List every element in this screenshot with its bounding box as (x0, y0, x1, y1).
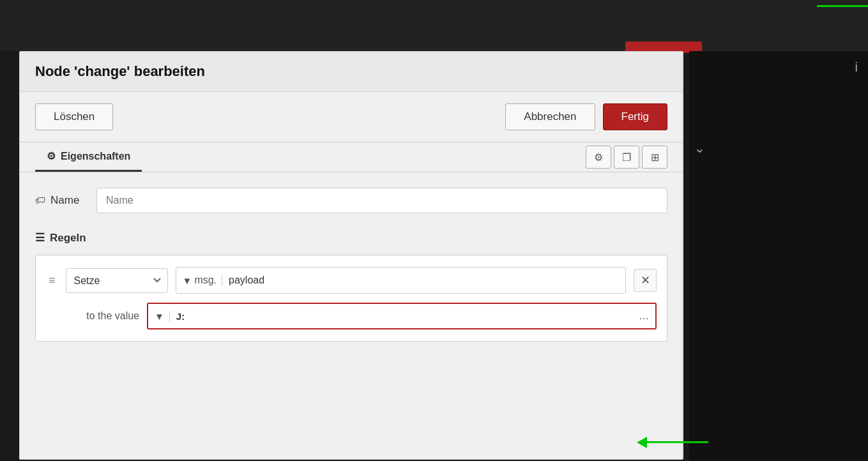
node-editor-panel: Node 'change' bearbeiten Löschen Abbrech… (19, 51, 683, 460)
green-arrow-icon (644, 441, 708, 443)
expand-tab-button[interactable]: ⊞ (642, 146, 667, 169)
panel-body: 🏷 Name ☰ Regeln ≡ Setze ▼ m (20, 172, 683, 357)
close-icon: ✕ (641, 273, 650, 287)
rules-icon: ☰ (35, 231, 45, 245)
delete-rule-button[interactable]: ✕ (634, 269, 657, 292)
tag-icon: 🏷 (35, 195, 45, 206)
properties-tab-icon: ⚙ (47, 150, 56, 162)
value-dropdown-arrow-icon: ▼ (155, 311, 164, 322)
value-label: to the value (75, 310, 139, 322)
green-line-top-right (817, 5, 868, 7)
value-prefix: ▼ (155, 311, 170, 322)
right-panel: i (689, 51, 868, 461)
drag-handle-icon[interactable]: ≡ (46, 271, 58, 290)
copy-tab-button[interactable]: ❐ (614, 146, 639, 169)
cancel-button[interactable]: Abbrechen (505, 103, 595, 130)
tab-properties[interactable]: ⚙ Eigenschaften (35, 142, 142, 172)
panel-header: Node 'change' bearbeiten (20, 52, 683, 92)
chevron-down-icon[interactable]: ⌄ (694, 140, 705, 156)
name-label: 🏷 Name (35, 194, 86, 207)
value-input[interactable]: ▼ J: … (147, 303, 657, 329)
top-bar (0, 0, 868, 51)
tabs-row: ⚙ Eigenschaften ⚙ ❐ ⊞ (20, 142, 683, 172)
value-row: to the value ▼ J: … (46, 303, 657, 329)
target-input[interactable]: ▼ msg. payload (176, 267, 626, 294)
expand-icon: ⊞ (651, 151, 659, 163)
target-value: payload (229, 275, 264, 286)
rule-row: ≡ Setze ▼ msg. payload ✕ (46, 267, 657, 294)
green-arrow-container (644, 441, 708, 443)
action-select[interactable]: Setze (66, 268, 168, 293)
gear-icon: ⚙ (594, 151, 603, 163)
tab-icons-right: ⚙ ❐ ⊞ (586, 142, 667, 172)
value-type: J: (176, 311, 185, 322)
dropdown-arrow-icon: ▼ (183, 275, 192, 286)
value-more-button[interactable]: … (639, 310, 649, 322)
info-icon: i (855, 60, 858, 75)
confirm-button[interactable]: Fertig (603, 103, 667, 130)
panel-actions: Löschen Abbrechen Fertig (20, 92, 683, 142)
name-field-row: 🏷 Name (35, 188, 667, 213)
copy-icon: ❐ (622, 151, 631, 163)
delete-button[interactable]: Löschen (35, 103, 113, 130)
tab-properties-label: Eigenschaften (61, 151, 130, 162)
rules-container: ≡ Setze ▼ msg. payload ✕ to (35, 255, 667, 342)
panel-title: Node 'change' bearbeiten (35, 63, 205, 79)
name-input[interactable] (96, 188, 667, 213)
rules-section-label: ☰ Regeln (35, 231, 667, 245)
msg-prefix: ▼ msg. (183, 275, 223, 286)
gear-tab-button[interactable]: ⚙ (586, 146, 611, 169)
